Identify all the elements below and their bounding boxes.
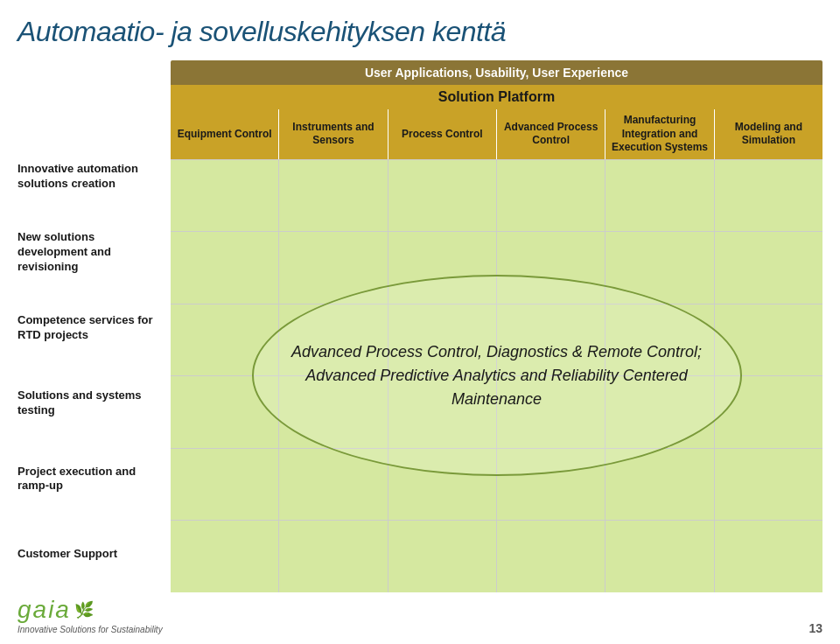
row-label-0: Innovative automation solutions creation	[18, 139, 171, 214]
logo-tagline: Innovative Solutions for Sustainability	[18, 624, 163, 635]
row-label-5: Customer Support	[18, 517, 171, 592]
ellipse-overlay: Advanced Process Control, Diagnostics & …	[252, 275, 742, 476]
top-banner: User Applications, Usability, User Exper…	[171, 60, 822, 85]
page-number: 13	[808, 621, 822, 635]
grid-area: User Applications, Usability, User Exper…	[171, 60, 822, 592]
grid-row-5	[171, 520, 822, 592]
col-header-0: Equipment Control	[171, 109, 279, 159]
row-label-2: Competence services for RTD projects	[18, 290, 171, 366]
grid-cell-0-0	[171, 160, 279, 232]
grid-cell-4-0	[171, 449, 279, 521]
logo-area: gaia 🌿 Innovative Solutions for Sustaina…	[18, 598, 163, 635]
grid-cell-5-1	[279, 521, 388, 592]
page: Automaatio- ja sovelluskehityksen kenttä…	[0, 0, 840, 644]
content-area: Innovative automation solutions creation…	[18, 60, 822, 592]
column-headers: Equipment ControlInstruments and Sensors…	[171, 109, 822, 159]
row-label-1: New solutions development and revisionin…	[18, 214, 171, 290]
grid-rows: Advanced Process Control, Diagnostics & …	[171, 159, 822, 592]
grid-cell-5-2	[388, 521, 497, 592]
grid-cell-5-5	[715, 521, 822, 592]
grid-cell-1-0	[171, 232, 279, 304]
grid-cell-5-0	[171, 521, 279, 592]
grid-cell-0-3	[497, 160, 606, 232]
logo-leaf-icon: 🌿	[74, 600, 94, 620]
col-header-2: Process Control	[388, 109, 497, 159]
page-title: Automaatio- ja sovelluskehityksen kenttä	[18, 16, 822, 48]
solution-platform-banner: Solution Platform	[171, 85, 822, 109]
logo-name: gaia	[18, 598, 71, 622]
grid-cell-5-4	[606, 521, 714, 592]
col-header-3: Advanced Process Control	[497, 109, 606, 159]
grid-cell-5-3	[497, 521, 606, 592]
grid-cell-0-2	[388, 160, 497, 232]
bottom-area: gaia 🌿 Innovative Solutions for Sustaina…	[18, 592, 822, 635]
row-label-4: Project execution and ramp-up	[18, 441, 171, 516]
row-label-3: Solutions and systems testing	[18, 366, 171, 441]
ellipse-text: Advanced Process Control, Diagnostics & …	[254, 332, 740, 420]
grid-cell-0-5	[715, 160, 822, 232]
grid-cell-1-5	[715, 232, 822, 304]
col-header-5: Modeling and Simulation	[715, 109, 822, 159]
col-header-4: Manufacturing Integration and Execution …	[606, 109, 714, 159]
grid-cell-4-5	[715, 449, 822, 521]
grid-row-0	[171, 159, 822, 232]
grid-cell-0-4	[606, 160, 714, 232]
col-header-1: Instruments and Sensors	[279, 109, 388, 159]
row-labels-column: Innovative automation solutions creation…	[18, 60, 171, 592]
grid-cell-0-1	[279, 160, 388, 232]
